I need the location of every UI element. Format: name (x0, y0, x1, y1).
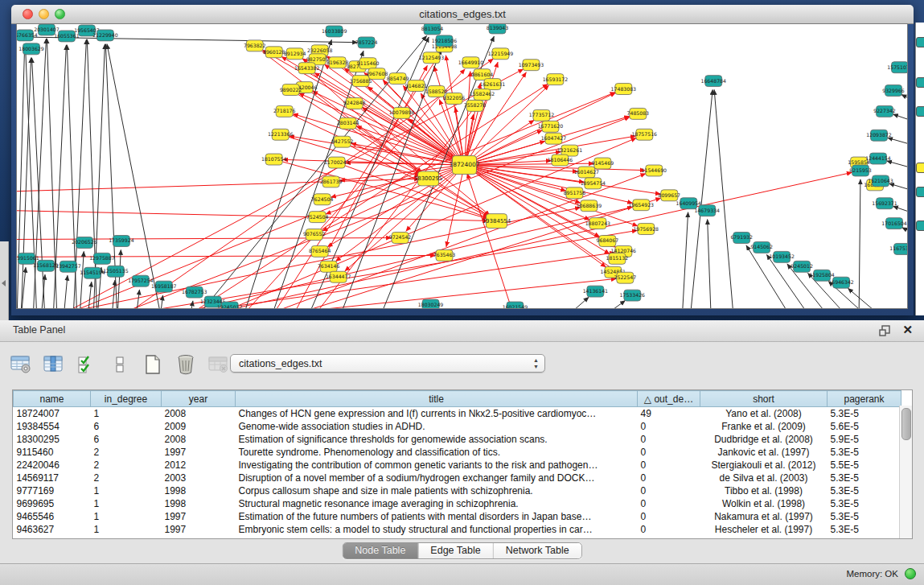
graph-node[interactable]: 15751074 (887, 62, 907, 73)
window-titlebar[interactable]: citations_edges.txt (11, 5, 914, 24)
graph-node[interactable]: 16648784 (701, 76, 726, 87)
graph-node[interactable]: 16261631 (480, 79, 505, 90)
graph-edge[interactable] (17, 211, 487, 221)
graph-node[interactable]: 17735712 (529, 109, 554, 121)
graph-node[interactable]: 9076552 (303, 229, 326, 241)
table-row[interactable]: 1872400712008Changes of HCN gene express… (14, 407, 901, 421)
table-cell[interactable]: Changes of HCN gene expression and I(f) … (236, 407, 638, 421)
graph-node[interactable]: 16593172 (543, 74, 568, 85)
graph-node[interactable]: 2522547 (614, 272, 637, 283)
table-cell[interactable]: 2012 (162, 459, 236, 472)
table-cell[interactable]: 49 (638, 407, 700, 421)
graph-node[interactable]: 18807243 (585, 218, 610, 229)
graph-node[interactable]: 15692371 (872, 198, 897, 209)
graph-node[interactable]: 9684067 (597, 236, 619, 247)
table-row[interactable]: 1456911722003Disruption of a novel membe… (14, 472, 901, 484)
table-cell[interactable]: 5.9E-5 (827, 433, 901, 446)
graph-node[interactable]: 11675333 (889, 243, 907, 254)
graph-node[interactable]: 12505135 (103, 266, 128, 277)
graph-node[interactable]: 9242848 (343, 97, 366, 109)
table-cell[interactable]: Nakamura et al. (1997) (700, 510, 827, 523)
table-cell[interactable]: Wolkin et al. (1998) (700, 497, 827, 510)
graph-node[interactable]: 13942757 (55, 261, 80, 272)
table-cell[interactable]: 2 (91, 446, 162, 459)
graph-node[interactable]: 16014627 (574, 167, 599, 178)
column-visibility-icon[interactable] (41, 352, 67, 377)
column-header-out_de[interactable]: △ out_de… (638, 391, 700, 407)
table-row[interactable]: 969969511998Structural magnetic resonanc… (14, 497, 901, 510)
graph-node[interactable]: 8912934 (284, 48, 306, 60)
graph-node[interactable]: 15582462 (470, 89, 495, 101)
table-cell[interactable]: 2009 (162, 420, 236, 433)
graph-node[interactable]: 11545194 (80, 267, 105, 278)
network-graph[interactable]: 7963822896012889129342322605898275051654… (17, 24, 907, 308)
table-cell[interactable]: 2008 (162, 407, 236, 421)
table-cell[interactable]: 9699695 (14, 497, 91, 510)
tab-network-table[interactable]: Network Table (494, 543, 581, 558)
table-cell[interactable]: 9115460 (14, 446, 91, 459)
graph-node[interactable]: 7857224 (355, 37, 378, 48)
table-options-icon[interactable] (8, 352, 34, 377)
graph-node[interactable]: 7558278 (464, 100, 487, 111)
table-cell[interactable]: 1 (91, 497, 162, 510)
table-cell[interactable]: Tourette syndrome. Phenomenology and cla… (236, 446, 638, 459)
graph-edge[interactable] (893, 206, 907, 212)
table-row[interactable]: 946554611997Estimation of the future num… (14, 510, 901, 523)
graph-node[interactable]: 21229940 (92, 30, 117, 41)
table-cell[interactable]: 18724007 (14, 407, 91, 421)
table-cell[interactable]: 9463627 (14, 523, 91, 536)
graph-edge[interactable] (21, 58, 31, 308)
graph-node[interactable]: 8322056 (443, 93, 466, 105)
graph-node[interactable]: 8813054 (421, 24, 444, 35)
table-cell[interactable]: 5.3E-5 (827, 484, 901, 497)
table-row[interactable]: 2242004622012Investigating the contribut… (14, 459, 901, 472)
background-network-window[interactable] (915, 23, 924, 315)
table-cell[interactable]: 2008 (162, 433, 236, 446)
graph-edge[interactable] (178, 172, 852, 308)
table-cell[interactable]: 2003 (162, 472, 236, 484)
table-cell[interactable]: 22420046 (14, 459, 91, 472)
graph-node[interactable]: 12125493 (419, 52, 444, 64)
table-cell[interactable]: 9465546 (14, 510, 91, 523)
table-cell[interactable]: 1998 (162, 484, 236, 497)
graph-node[interactable]: 18003629 (18, 43, 43, 55)
table-cell[interactable]: Embryonic stem cells: a model to study s… (236, 523, 638, 536)
table-scrollbar-thumb[interactable] (901, 408, 911, 440)
table-cell[interactable]: 5.5E-5 (827, 459, 901, 472)
table-cell[interactable]: 0 (638, 459, 700, 472)
table-cell[interactable]: 1 (91, 484, 162, 497)
delete-column-icon[interactable] (173, 352, 199, 377)
graph-node[interactable]: 17359924 (109, 236, 133, 247)
close-panel-icon[interactable]: ✕ (902, 323, 913, 337)
graph-node[interactable]: 16946342 (828, 277, 853, 288)
table-cell[interactable]: 0 (638, 433, 700, 446)
graph-node[interactable]: 11568129 (33, 260, 58, 271)
graph-node[interactable]: 9724542 (389, 233, 412, 244)
graph-node[interactable]: 1815132 (606, 253, 629, 264)
graph-node[interactable]: 8215953 (849, 165, 872, 176)
graph-node[interactable]: 2803144 (337, 117, 359, 129)
table-cell[interactable]: 14569117 (14, 472, 91, 484)
graph-node[interactable]: 17016504 (881, 218, 906, 229)
graph-edge[interactable] (467, 173, 515, 308)
graph-node[interactable]: 8427552 (331, 136, 354, 147)
graph-node[interactable]: 8139043 (487, 24, 509, 34)
table-cell[interactable]: 2 (91, 472, 162, 484)
select-all-icon[interactable] (74, 352, 100, 377)
graph-node[interactable]: 7634146 (318, 261, 340, 272)
graph-edge[interactable] (160, 295, 163, 308)
table-cell[interactable]: Genome-wide association studies in ADHD. (236, 420, 638, 433)
table-cell[interactable]: 0 (638, 510, 700, 523)
graph-edge[interactable] (80, 251, 84, 308)
graph-node[interactable]: 3756885 (350, 76, 372, 87)
table-cell[interactable]: Stergiakouli et al. (2012) (700, 459, 827, 472)
table-row[interactable]: 911546021997Tourette syndrome. Phenomeno… (14, 446, 901, 459)
graph-node[interactable]: 16782753 (182, 286, 207, 298)
table-cell[interactable]: Tibbo et al. (1998) (700, 484, 827, 497)
table-cell[interactable]: 0 (638, 472, 700, 484)
graph-node[interactable]: 17957254 (128, 275, 153, 286)
graph-node[interactable]: 9245012 (791, 261, 813, 272)
graph-node[interactable]: 16021549 (503, 302, 528, 308)
graph-node[interactable]: 8196328 (326, 57, 349, 68)
table-source-dropdown[interactable]: citations_edges.txt ▲▼ (230, 354, 545, 373)
